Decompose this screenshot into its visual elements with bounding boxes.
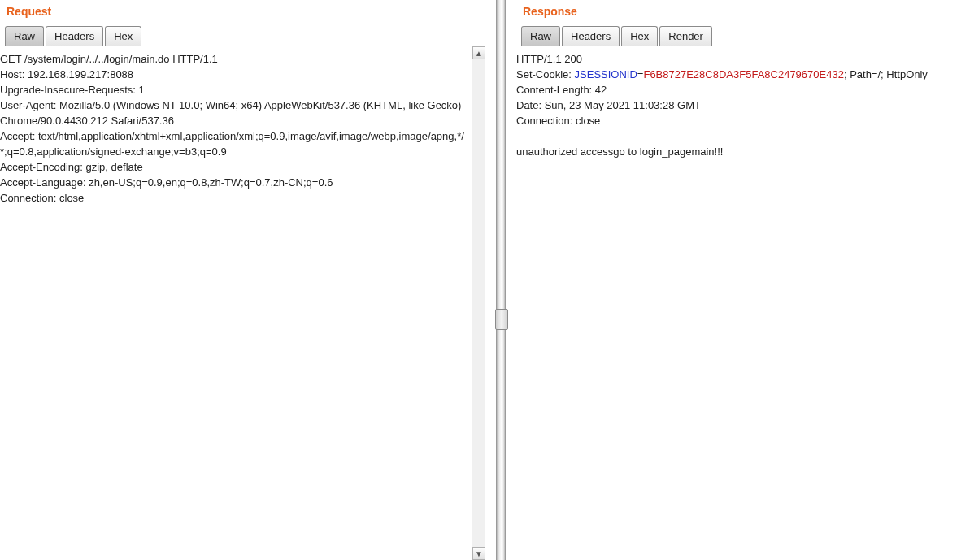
response-set-cookie-line: Set-Cookie: JSESSIONID=F6B8727E28C8DA3F5… <box>516 67 959 82</box>
request-tabs: Raw Headers Hex <box>0 23 485 46</box>
request-line: GET /system/login/../../login/main.do HT… <box>0 51 471 67</box>
response-date: Date: Sun, 23 May 2021 11:03:28 GMT <box>516 98 959 113</box>
request-title: Request <box>0 0 485 23</box>
request-line: Upgrade-Insecure-Requests: 1 <box>0 82 471 98</box>
split-container: Request Raw Headers Hex GET /system/logi… <box>0 0 961 560</box>
tab-request-headers[interactable]: Headers <box>46 26 103 46</box>
scroll-down-icon[interactable]: ▼ <box>472 547 485 560</box>
request-line: User-Agent: Mozilla/5.0 (Windows NT 10.0… <box>0 98 471 128</box>
splitter-grip-icon[interactable] <box>495 309 508 330</box>
tab-response-hex[interactable]: Hex <box>621 26 658 46</box>
request-pane: Request Raw Headers Hex GET /system/logi… <box>0 0 485 560</box>
response-blank-line <box>516 128 959 144</box>
response-content-length: Content-Length: 42 <box>516 82 959 98</box>
cookie-value[interactable]: F6B8727E28C8DA3F5FA8C2479670E432 <box>643 68 843 80</box>
response-body: unauthorized accessgo to login_pagemain!… <box>516 144 959 159</box>
response-pane: Response Raw Headers Hex Render HTTP/1.1… <box>516 0 961 560</box>
response-content-area: HTTP/1.1 200 Set-Cookie: JSESSIONID=F6B8… <box>516 46 961 560</box>
response-raw-text[interactable]: HTTP/1.1 200 Set-Cookie: JSESSIONID=F6B8… <box>516 46 961 164</box>
pane-splitter[interactable] <box>485 0 516 560</box>
request-line: Accept-Language: zh,en-US;q=0.9,en;q=0.8… <box>0 175 471 190</box>
request-raw-text[interactable]: GET /system/login/../../login/main.do HT… <box>0 46 485 211</box>
scroll-up-icon[interactable]: ▲ <box>472 46 485 59</box>
request-content-area: GET /system/login/../../login/main.do HT… <box>0 46 485 560</box>
tab-request-raw[interactable]: Raw <box>5 26 44 46</box>
cookie-name[interactable]: JSESSIONID <box>575 68 637 80</box>
request-line: Host: 192.168.199.217:8088 <box>0 67 471 82</box>
tab-request-hex[interactable]: Hex <box>105 26 141 46</box>
request-line: Accept-Encoding: gzip, deflate <box>0 159 471 175</box>
request-scrollbar[interactable]: ▲ ▼ <box>472 46 485 560</box>
response-tabs: Raw Headers Hex Render <box>516 23 961 46</box>
cookie-suffix: ; Path=/; HttpOnly <box>844 68 928 80</box>
response-title: Response <box>516 0 961 23</box>
tab-response-headers[interactable]: Headers <box>562 26 620 46</box>
response-connection: Connection: close <box>516 113 959 128</box>
response-status-line: HTTP/1.1 200 <box>516 51 959 67</box>
request-line: Accept: text/html,application/xhtml+xml,… <box>0 128 471 159</box>
request-line: Connection: close <box>0 190 471 206</box>
tab-response-render[interactable]: Render <box>659 26 712 46</box>
tab-response-raw[interactable]: Raw <box>521 26 560 46</box>
set-cookie-label: Set-Cookie: <box>516 68 575 80</box>
